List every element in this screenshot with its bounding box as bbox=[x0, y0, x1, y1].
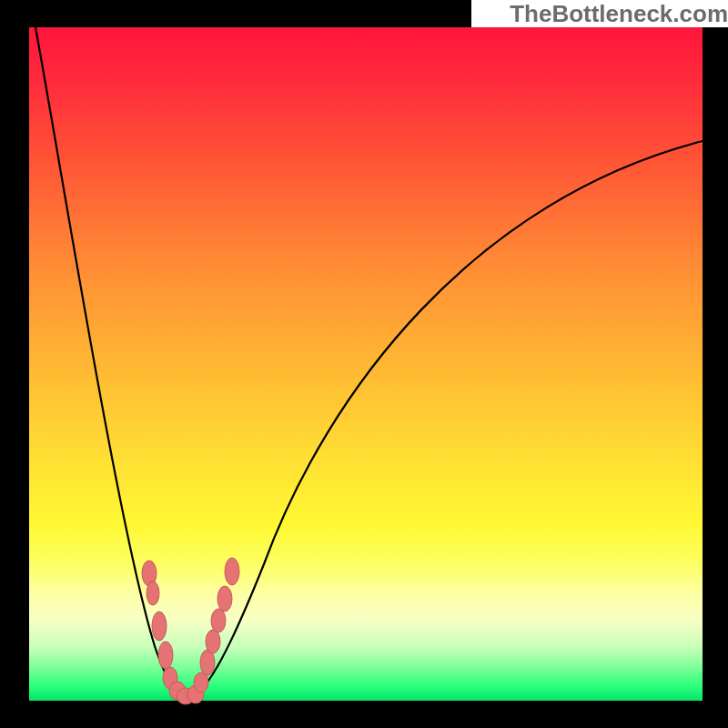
chart-plot-area bbox=[29, 27, 703, 701]
chart-frame: TheBottleneck.com bbox=[0, 0, 728, 728]
watermark-label: TheBottleneck.com bbox=[471, 0, 728, 27]
